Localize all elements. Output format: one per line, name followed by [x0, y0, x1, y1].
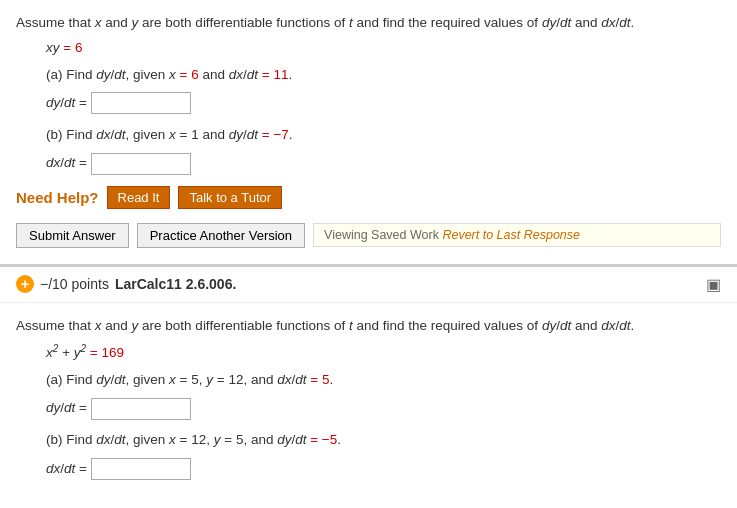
viewing-saved-text: Viewing Saved Work: [324, 228, 439, 242]
part-b-answer-label: dx/dt =: [46, 155, 91, 170]
problem-id: LarCalc11 2.6.006.: [115, 276, 236, 292]
problem-1-part-b: (b) Find dx/dt, given x = 1 and dy/dt = …: [46, 123, 721, 176]
revert-link[interactable]: Revert to Last Response: [442, 228, 580, 242]
part-b-label: (b) Find dx/dt, given x = 1 and dy/dt = …: [46, 123, 721, 147]
p2-part-a-label: (a) Find dy/dt, given x = 5, y = 12, and…: [46, 368, 721, 392]
practice-another-button[interactable]: Practice Another Version: [137, 223, 305, 248]
action-row: Submit Answer Practice Another Version V…: [16, 219, 721, 248]
talk-to-tutor-button[interactable]: Talk to a Tutor: [178, 186, 282, 209]
viewing-saved-work: Viewing Saved Work Revert to Last Respon…: [313, 223, 721, 247]
p2-part-a-answer-input[interactable]: [91, 398, 191, 420]
submit-answer-button[interactable]: Submit Answer: [16, 223, 129, 248]
problem-2-part-b: (b) Find dx/dt, given x = 12, y = 5, and…: [46, 428, 721, 481]
part-a-answer-row: dy/dt =: [46, 91, 721, 115]
need-help-label: Need Help?: [16, 189, 99, 206]
points-label: −/10 points: [40, 276, 109, 292]
problem-2-section: Assume that x and y are both differentia…: [0, 303, 737, 497]
p2-part-b-answer-label: dx/dt =: [46, 461, 91, 476]
part-a-label: (a) Find dy/dt, given x = 6 and dx/dt = …: [46, 63, 721, 87]
part-b-answer-row: dx/dt =: [46, 151, 721, 175]
part-a-answer-input[interactable]: [91, 92, 191, 114]
problem-1-section: Assume that x and y are both differentia…: [0, 0, 737, 265]
bookmark-icon[interactable]: ▣: [706, 275, 721, 294]
need-help-row: Need Help? Read It Talk to a Tutor: [16, 186, 721, 209]
read-it-button[interactable]: Read It: [107, 186, 171, 209]
p2-part-b-label: (b) Find dx/dt, given x = 12, y = 5, and…: [46, 428, 721, 452]
problem-2-intro: Assume that x and y are both differentia…: [16, 315, 721, 337]
problem-1-part-a: (a) Find dy/dt, given x = 6 and dx/dt = …: [46, 63, 721, 116]
part-b-answer-input[interactable]: [91, 153, 191, 175]
problem-2-equation: x2 + y2 = 169: [46, 342, 721, 360]
problem-2-part-a: (a) Find dy/dt, given x = 5, y = 12, and…: [46, 368, 721, 421]
plus-circle-icon: +: [16, 275, 34, 293]
part-a-answer-label: dy/dt =: [46, 95, 91, 110]
problem-2-header: + −/10 points LarCalc11 2.6.006. ▣: [0, 267, 737, 303]
p2-part-a-answer-label: dy/dt =: [46, 400, 91, 415]
p2-part-b-answer-input[interactable]: [91, 458, 191, 480]
p2-part-b-answer-row: dx/dt =: [46, 457, 721, 481]
problem-1-equation: xy = 6: [46, 40, 721, 55]
p2-part-a-answer-row: dy/dt =: [46, 396, 721, 420]
problem-1-intro: Assume that x and y are both differentia…: [16, 12, 721, 34]
